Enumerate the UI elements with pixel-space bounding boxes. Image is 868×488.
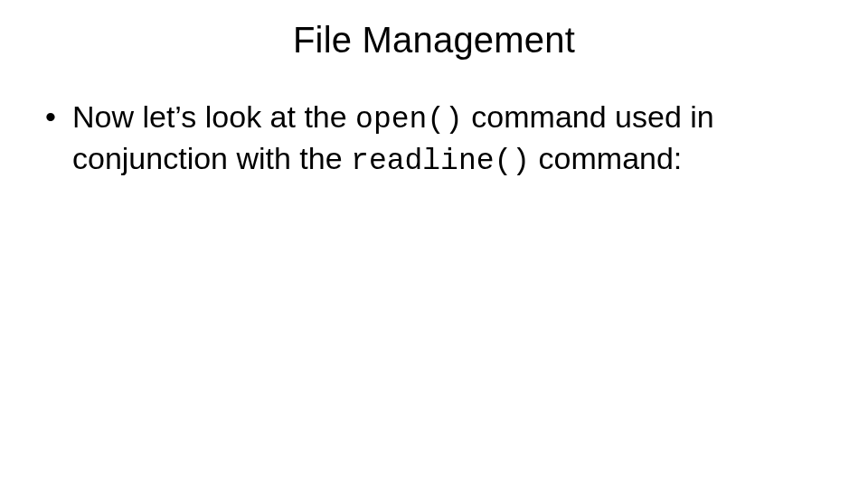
code-readline: readline()	[351, 145, 530, 178]
slide-title: File Management	[0, 20, 868, 61]
slide-body: • Now let’s look at the open() command u…	[43, 98, 825, 181]
slide: File Management • Now let’s look at the …	[0, 0, 868, 488]
bullet-text-post: command:	[530, 141, 682, 175]
bullet-dot: •	[45, 98, 56, 137]
bullet-text-pre: Now let’s look at the	[72, 99, 355, 134]
bullet-item: • Now let’s look at the open() command u…	[43, 98, 825, 181]
code-open: open()	[355, 103, 463, 136]
